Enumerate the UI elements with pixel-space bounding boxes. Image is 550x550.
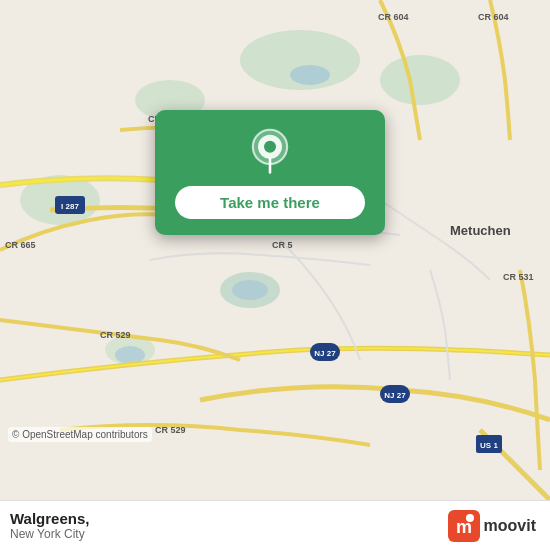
moovit-logo: m moovit [448, 510, 536, 542]
svg-text:NJ 27: NJ 27 [384, 391, 406, 400]
svg-point-37 [466, 514, 474, 522]
svg-text:I 287: I 287 [61, 202, 79, 211]
take-me-there-button[interactable]: Take me there [175, 186, 365, 219]
svg-point-8 [232, 280, 268, 300]
svg-text:NJ 27: NJ 27 [314, 349, 336, 358]
popup-card: Take me there [155, 110, 385, 235]
copyright-text: © OpenStreetMap contributors [8, 427, 152, 442]
map-container: I 287 I 287 I 287 CR 603 CR 604 CR 604 C… [0, 0, 550, 500]
svg-point-33 [264, 141, 276, 153]
location-info: Walgreens, New York City [10, 510, 89, 541]
svg-text:CR 531: CR 531 [503, 272, 534, 282]
svg-point-7 [290, 65, 330, 85]
bottom-bar: Walgreens, New York City m moovit [0, 500, 550, 550]
svg-text:CR 604: CR 604 [478, 12, 509, 22]
location-name: Walgreens, [10, 510, 89, 527]
moovit-text: moovit [484, 517, 536, 535]
location-pin-icon [246, 128, 294, 176]
svg-text:CR 529: CR 529 [155, 425, 186, 435]
map-svg: I 287 I 287 I 287 CR 603 CR 604 CR 604 C… [0, 0, 550, 500]
svg-text:CR 665: CR 665 [5, 240, 36, 250]
svg-point-2 [380, 55, 460, 105]
svg-text:Metuchen: Metuchen [450, 223, 511, 238]
svg-text:US 1: US 1 [480, 441, 498, 450]
location-city: New York City [10, 527, 89, 541]
svg-text:CR 604: CR 604 [378, 12, 409, 22]
moovit-icon: m [448, 510, 480, 542]
svg-text:CR 5: CR 5 [272, 240, 293, 250]
svg-text:CR 529: CR 529 [100, 330, 131, 340]
